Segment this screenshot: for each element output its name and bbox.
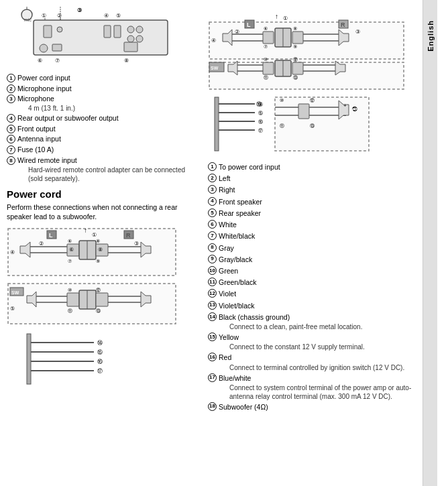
right-wiring-top: L ↑ ① R ② ③ ④ xyxy=(208,5,417,94)
parts-list: 1 Power cord input 2 Microphone input 3 … xyxy=(7,73,201,183)
right-text-17: Blue/white Connect to system control ter… xyxy=(219,373,417,401)
right-num-17: 17 xyxy=(208,373,217,382)
right-num-13: 13 xyxy=(208,301,217,310)
svg-rect-59 xyxy=(67,293,79,306)
left-wiring-diagram-2: SW ⑤ xyxy=(7,282,201,330)
part-item-6: 6 Antenna input xyxy=(7,134,201,144)
right-item-5: 5 Rear speaker xyxy=(208,208,417,219)
right-text-3: Right xyxy=(219,185,417,195)
part-num-7: 7 xyxy=(7,145,15,154)
part-sub-8: Hard-wired remote control adapter can be… xyxy=(28,166,201,183)
right-item-14: 14 Black (chassis ground) Connect to a c… xyxy=(208,312,417,331)
part-text-3: Microphone 4 m (13 ft. 1 in.) xyxy=(17,94,201,113)
section-title-power: Power cord xyxy=(7,188,201,200)
part-num-1: 1 xyxy=(7,74,15,82)
left-wiring-svg-2: SW ⑤ xyxy=(7,282,191,329)
svg-rect-70 xyxy=(27,334,31,384)
left-wiring-diagram-1: L R ↑ ① ② ③ ④ xyxy=(7,227,201,282)
right-text-16: Red Connect to terminal controlled by ig… xyxy=(219,353,417,371)
left-wiring-svg-1: L R ↑ ① ② ③ ④ xyxy=(7,227,191,281)
svg-text:⑰: ⑰ xyxy=(97,368,103,374)
svg-text:⑮: ⑮ xyxy=(258,111,263,115)
svg-point-21 xyxy=(136,36,143,42)
svg-text:↑: ↑ xyxy=(84,227,87,234)
right-item-11: 11 Green/black xyxy=(208,278,417,288)
svg-text:⑮: ⑮ xyxy=(97,349,103,355)
svg-text:⑬: ⑬ xyxy=(310,123,315,128)
right-num-10: 10 xyxy=(208,266,217,275)
right-text-9: Gray/black xyxy=(219,255,417,265)
svg-rect-23 xyxy=(52,44,62,51)
right-item-1: 1 To power cord input xyxy=(208,162,417,172)
svg-text:④: ④ xyxy=(211,38,216,44)
svg-text:②: ② xyxy=(39,241,44,247)
right-item-13: 13 Violet/black xyxy=(208,301,417,311)
svg-text:⑫: ⑫ xyxy=(96,288,101,292)
svg-text:③: ③ xyxy=(77,7,82,13)
right-num-14: 14 xyxy=(208,312,217,321)
left-wire-bundle: ⑭ ⑮ ⑯ ⑰ xyxy=(7,330,201,392)
page-container: mic ③ ① ② ④ ⑤ xyxy=(0,0,448,486)
svg-text:⑫: ⑫ xyxy=(310,98,315,103)
svg-rect-112 xyxy=(292,62,303,74)
right-num-18: 18 xyxy=(208,402,217,411)
svg-rect-14 xyxy=(44,25,52,38)
svg-text:⑨: ⑨ xyxy=(293,44,297,49)
part-num-2: 2 xyxy=(7,84,15,93)
right-sub-15: Connect to the constant 12 V supply term… xyxy=(229,343,417,351)
right-num-3: 3 xyxy=(208,185,217,194)
device-svg: mic ③ ① ② ④ ⑤ xyxy=(7,5,191,69)
part-num-8: 8 xyxy=(7,156,15,165)
part-item-7: 7 Fuse (10 A) xyxy=(7,145,201,155)
right-num-5: 5 xyxy=(208,208,217,217)
language-tab: English xyxy=(423,0,437,486)
svg-text:⑦: ⑦ xyxy=(55,58,60,64)
svg-rect-62 xyxy=(96,293,108,306)
right-num-9: 9 xyxy=(208,255,217,263)
svg-rect-95 xyxy=(292,32,303,44)
svg-text:⑪: ⑪ xyxy=(280,123,284,128)
svg-point-22 xyxy=(40,44,48,52)
right-text-15: Yellow Connect to the constant 12 V supp… xyxy=(219,332,417,351)
right-item-10: 10 Green xyxy=(208,266,417,276)
right-text-10: Green xyxy=(219,266,417,276)
svg-text:⑧: ⑧ xyxy=(98,247,103,253)
svg-text:⑯: ⑯ xyxy=(258,119,263,124)
svg-text:SW: SW xyxy=(211,66,219,70)
part-item-5: 5 Front output xyxy=(7,124,201,134)
right-num-8: 8 xyxy=(208,243,217,252)
svg-rect-129 xyxy=(298,104,309,119)
svg-rect-15 xyxy=(57,27,62,32)
svg-text:⑥: ⑥ xyxy=(264,26,268,31)
right-item-16: 16 Red Connect to terminal controlled by… xyxy=(208,353,417,371)
right-item-4: 4 Front speaker xyxy=(208,197,417,207)
part-num-4: 4 xyxy=(7,114,15,123)
right-sub-17: Connect to system control terminal of th… xyxy=(229,383,417,401)
right-sub-16: Connect to terminal controlled by igniti… xyxy=(229,363,417,372)
left-column: mic ③ ① ② ④ ⑤ xyxy=(7,5,201,414)
svg-text:mic: mic xyxy=(24,17,32,22)
svg-rect-17 xyxy=(114,25,121,38)
right-num-12: 12 xyxy=(208,289,217,298)
svg-text:L: L xyxy=(247,21,251,28)
svg-point-19 xyxy=(136,26,143,33)
right-wiring-top-svg: L ↑ ① R ② ③ ④ xyxy=(208,5,409,93)
svg-text:⑪: ⑪ xyxy=(68,308,72,313)
right-column: L ↑ ① R ② ③ ④ xyxy=(208,5,417,414)
svg-text:⑧: ⑧ xyxy=(96,239,100,243)
svg-text:③: ③ xyxy=(355,29,360,35)
right-num-7: 7 xyxy=(208,231,217,240)
svg-text:L: L xyxy=(49,232,53,239)
part-item-8: 8 Wired remote input Hard-wired remote c… xyxy=(7,156,201,183)
right-item-8: 8 Gray xyxy=(208,243,417,253)
svg-text:⑬: ⑬ xyxy=(96,308,101,313)
svg-text:−: − xyxy=(343,113,347,119)
section-desc-power: Perform these connections when not conne… xyxy=(7,202,201,222)
right-item-12: 12 Violet xyxy=(208,289,417,299)
right-text-5: Rear speaker xyxy=(219,208,417,219)
svg-text:⑭: ⑭ xyxy=(97,340,103,346)
svg-text:④: ④ xyxy=(10,249,15,255)
svg-text:⑪: ⑪ xyxy=(264,75,268,80)
left-wire-bundle-svg: ⑭ ⑮ ⑯ ⑰ xyxy=(7,330,191,391)
right-num-15: 15 xyxy=(208,332,217,341)
